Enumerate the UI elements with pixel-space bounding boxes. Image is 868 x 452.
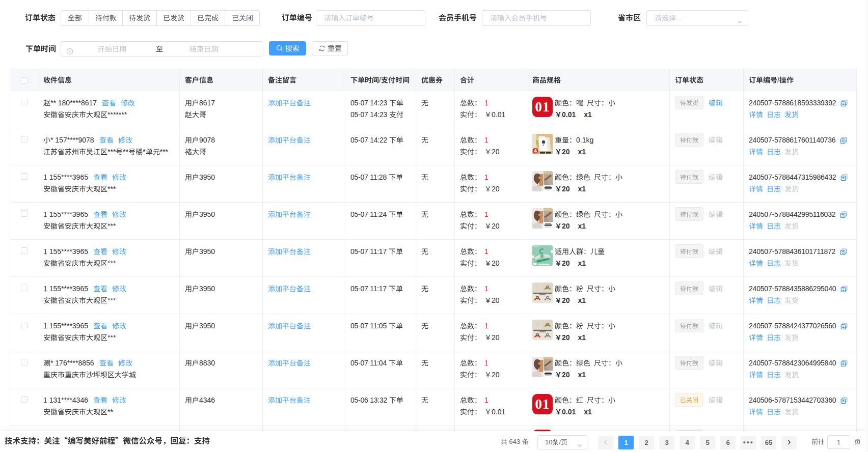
- svg-text:4: 4: [534, 148, 537, 154]
